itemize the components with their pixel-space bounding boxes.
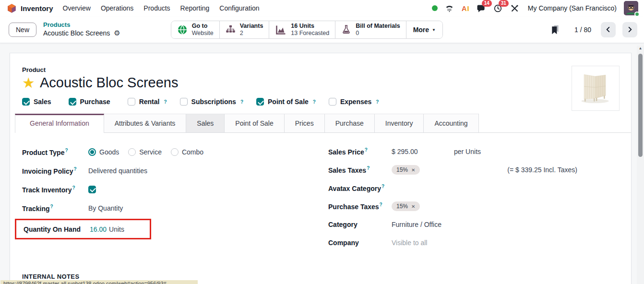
smart-button-sublabel: 2 <box>240 30 263 37</box>
company-value[interactable]: Visible to all <box>392 239 427 247</box>
gear-icon[interactable] <box>114 29 120 38</box>
field-tracking: Tracking? By Quantity <box>22 199 320 217</box>
messages-badge: 14 <box>482 0 492 7</box>
favorite-star-icon[interactable] <box>22 76 35 90</box>
smart-button-sublabel: Website <box>192 30 214 37</box>
toggle-rental[interactable]: Rental? <box>128 98 167 106</box>
messages-icon[interactable]: 14 <box>477 3 486 13</box>
product-title[interactable]: Acoustic Bloc Screens <box>40 75 179 91</box>
activities-icon[interactable]: 31 <box>493 3 503 13</box>
toggle-expenses[interactable]: Expenses? <box>329 98 379 106</box>
track-inventory-checkbox[interactable] <box>88 186 96 193</box>
smart-button-forecasted-units[interactable]: 16 Units 13 Forecasted <box>269 21 335 38</box>
menu-products[interactable]: Products <box>143 4 170 12</box>
product-image[interactable] <box>572 66 620 111</box>
area-chart-icon <box>275 24 286 36</box>
sitemap-icon <box>226 24 236 35</box>
tax-included-note: (= $ 339.25 Incl. Taxes) <box>507 166 577 174</box>
phone-icon[interactable] <box>445 3 454 13</box>
ai-icon[interactable]: AI <box>462 4 469 12</box>
scrollbar-thumb[interactable] <box>638 54 643 157</box>
quantity-on-hand-highlight: Quantity On Hand 16.00 Units <box>15 219 151 239</box>
breadcrumb: Products Acoustic Bloc Screens <box>43 21 120 38</box>
point-of-sale-checkbox[interactable] <box>256 98 264 106</box>
smart-buttons: Go to Website Variants 2 16 Units 13 For… <box>171 21 443 39</box>
remove-tag-icon[interactable] <box>411 166 415 173</box>
globe-icon <box>177 24 188 35</box>
subscriptions-checkbox[interactable] <box>180 98 188 106</box>
tab-attributes-variants[interactable]: Attributes & Variants <box>104 114 187 132</box>
new-button[interactable]: New <box>9 23 36 37</box>
radio-goods[interactable]: Goods <box>88 148 119 156</box>
form-left-column: Product Type? Goods Service Combo Invoic… <box>22 142 320 252</box>
field-sales-taxes: Sales Taxes? 15% (= $ 339.25 Incl. Taxes… <box>328 161 619 179</box>
tools-icon[interactable] <box>510 3 520 13</box>
notebook-tabs: General Information Attributes & Variant… <box>15 114 631 133</box>
smart-button-label: 16 Units <box>291 23 329 30</box>
category-value[interactable]: Furniture / Office <box>392 221 441 228</box>
pager-next-button[interactable] <box>622 22 637 37</box>
pager-previous-button[interactable] <box>601 22 616 37</box>
toggle-sales[interactable]: Sales <box>22 98 56 106</box>
field-invoicing-policy: Invoicing Policy? Delivered quantities <box>22 161 320 180</box>
smart-button-label: Bill of Materials <box>356 23 400 30</box>
vertical-scrollbar[interactable] <box>637 46 644 284</box>
inventory-app-icon[interactable] <box>7 3 17 13</box>
purchase-checkbox[interactable] <box>69 98 76 106</box>
statusbar-link-preview: https://8798462f-master-all.runbot138.od… <box>0 280 198 284</box>
tab-general-information[interactable]: General Information <box>15 114 104 133</box>
menu-operations[interactable]: Operations <box>101 4 133 12</box>
company-switcher[interactable]: My Company (San Francisco) <box>528 4 617 12</box>
menu-overview[interactable]: Overview <box>63 4 91 12</box>
radio-service[interactable]: Service <box>128 148 162 156</box>
top-navbar: Inventory Overview Operations Products R… <box>0 0 644 16</box>
form-right-column: Sales Price? $ 295.00 per Units Sales Ta… <box>320 142 619 252</box>
menu-configuration[interactable]: Configuration <box>219 4 259 12</box>
user-avatar[interactable] <box>624 1 638 15</box>
smart-button-variants[interactable]: Variants 2 <box>220 21 270 38</box>
expenses-checkbox[interactable] <box>329 98 336 106</box>
menu-reporting[interactable]: Reporting <box>180 4 210 12</box>
smart-button-bill-of-materials[interactable]: Bill of Materials 0 <box>335 21 406 38</box>
remove-tag-icon[interactable] <box>411 203 415 210</box>
toggle-point-of-sale[interactable]: Point of Sale? <box>256 98 316 106</box>
product-label: Product <box>22 66 619 73</box>
tab-purchase[interactable]: Purchase <box>325 114 375 132</box>
rental-checkbox[interactable] <box>128 98 135 106</box>
activities-badge: 31 <box>499 0 509 7</box>
tab-inventory[interactable]: Inventory <box>375 114 424 132</box>
field-purchase-taxes: Purchase Taxes? 15% <box>328 197 619 215</box>
tab-accounting[interactable]: Accounting <box>424 114 478 132</box>
smart-button-sublabel: 0 <box>356 30 400 37</box>
sales-checkbox[interactable] <box>22 98 30 106</box>
field-category: Category Furniture / Office <box>328 215 619 234</box>
app-name[interactable]: Inventory <box>21 4 53 12</box>
pager-value: 1 / 80 <box>574 26 591 34</box>
more-button[interactable]: More <box>406 21 442 38</box>
quantity-unit: Units <box>109 225 124 233</box>
field-company: Company Visible to all <box>328 234 619 252</box>
tab-sales[interactable]: Sales <box>186 114 225 132</box>
sales-price-value[interactable]: $ 295.00 <box>392 148 454 155</box>
breadcrumb-current: Acoustic Bloc Screens <box>43 29 110 38</box>
field-track-inventory: Track Inventory? <box>22 180 320 199</box>
tracking-value[interactable]: By Quantity <box>88 204 123 212</box>
tab-prices[interactable]: Prices <box>285 114 325 132</box>
acoustic-screen-picture <box>575 69 616 107</box>
radio-combo[interactable]: Combo <box>171 148 203 156</box>
scroll-up-arrow-icon[interactable] <box>637 46 644 50</box>
invoicing-policy-value[interactable]: Delivered quantities <box>88 167 147 175</box>
toggle-purchase[interactable]: Purchase <box>69 98 115 106</box>
sales-tax-tag[interactable]: 15% <box>392 165 420 175</box>
control-panel: New Products Acoustic Bloc Screens Go to… <box>0 16 644 43</box>
flask-icon <box>341 24 351 35</box>
product-form-sheet: Product Acoustic Bloc Screens Sales Purc… <box>10 53 632 284</box>
breadcrumb-products-link[interactable]: Products <box>43 21 120 29</box>
toggle-subscriptions[interactable]: Subscriptions? <box>180 98 243 106</box>
tab-point-of-sale[interactable]: Point of Sale <box>225 114 284 132</box>
purchase-tax-tag[interactable]: 15% <box>392 201 420 211</box>
quantity-on-hand-value[interactable]: 16.00 <box>90 225 107 233</box>
sales-price-uom: per Units <box>454 148 481 155</box>
bookmark-icon[interactable] <box>550 25 560 35</box>
smart-button-go-to-website[interactable]: Go to Website <box>171 21 220 38</box>
